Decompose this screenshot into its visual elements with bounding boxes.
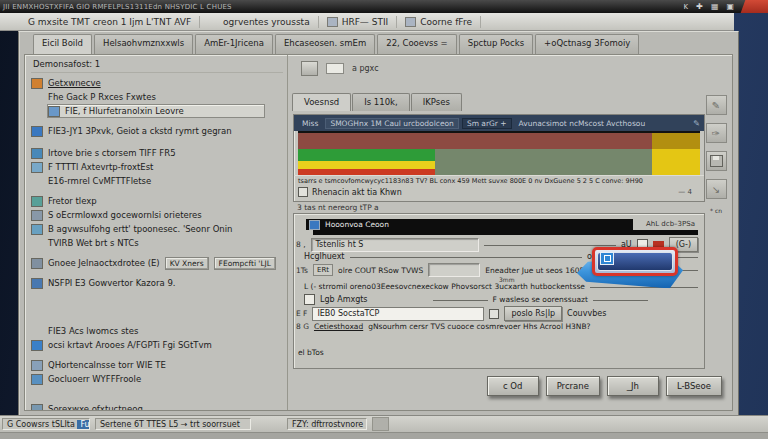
menu-item[interactable]: HRF— STII — [319, 16, 398, 28]
list-item[interactable]: S oEcrmlowxd gocewornlsi orieteres — [31, 208, 283, 222]
save-icon[interactable] — [706, 151, 727, 171]
disk-glyph — [710, 155, 723, 167]
checkbox[interactable] — [304, 294, 315, 305]
window-control-icon[interactable]: ▣ — [726, 2, 734, 11]
list-item[interactable]: Gocluoerr WYFFFroole — [31, 372, 283, 386]
list-item[interactable]: B agvwsulfohg ertt' tpoonesec. 'Seonr On… — [31, 222, 283, 236]
hand-icon[interactable]: ✑ — [706, 123, 727, 143]
list-item[interactable]: Fhe Gack P Rxces Fxwtes — [31, 90, 283, 104]
monitor-header-label: Sm arGr + — [467, 119, 507, 128]
list-item[interactable]: F TTTTl Axtevrtp-froxtEst — [31, 160, 283, 174]
list-item[interactable]: FIE, f Hlurfetranolxin Leovre — [47, 104, 265, 118]
monitor-header-cell[interactable]: Miss — [298, 119, 322, 128]
list-item[interactable]: FIE3 Acs lwomcs stes — [31, 324, 283, 338]
settings-title-bar: Hooonvoa Ceoon — [306, 219, 633, 230]
list-item[interactable]: Irtove brie s ctorsem TIFF FR5 — [31, 146, 283, 160]
settings-link[interactable]: Cetiesthoxad — [314, 322, 363, 331]
main-tab[interactable]: AmEr-1Jricena — [195, 34, 273, 54]
ok-button[interactable]: c Od — [487, 376, 539, 396]
list-item[interactable]: NSFPI E3 Gowvertor Kazora 9. — [31, 276, 283, 290]
list-item-label: QHortencalnsse torr WIE TE — [48, 360, 166, 370]
list-item[interactable]: TVIRB Wet brt s NTCs — [31, 236, 283, 250]
settings-frame: Hooonvoa Ceoon AhL dcb–3PSa 8 , Tstenlis… — [293, 213, 705, 369]
prepare-button[interactable]: Prcrane — [546, 376, 600, 396]
list-item-label: TVIRB Wet brt s NTCs — [48, 238, 139, 248]
list-item[interactable]: E16-rmrel CvMFTTFletse — [31, 174, 283, 188]
list-item-icon — [31, 360, 43, 371]
list-item-icon — [31, 196, 43, 207]
main-tab-label: Ehcaseosen. smEm — [284, 38, 366, 48]
menu-item[interactable]: Coorne fFre — [397, 16, 481, 28]
field-label: L (- strromil oreno03Eeesovcnexeckow Pho… — [304, 282, 585, 291]
panel-tool-label: a pgxc — [352, 64, 379, 73]
apply-button[interactable]: _Jh — [607, 376, 659, 396]
main-tab-label: 22, Cooevss = — [386, 38, 448, 48]
pencil-icon[interactable]: ✎ — [693, 119, 700, 128]
list-item[interactable]: Getxwnecve — [31, 76, 283, 90]
status-grip[interactable] — [372, 417, 389, 431]
list-item[interactable]: Gnoee Jelnaoctxdrotee (E) KV Xners FEomp… — [31, 256, 283, 270]
monitor-check-label: Rhenacin akt tia Khwn — [312, 188, 402, 197]
panel-tab[interactable]: IKPses — [411, 93, 462, 111]
list-item-dropdown[interactable]: FEompcfti 'LJL — [214, 257, 276, 270]
close-button[interactable]: L-BSeoe — [666, 376, 722, 396]
menu-item-icon — [327, 17, 338, 27]
band-row — [298, 161, 700, 169]
browse-icon[interactable] — [489, 309, 499, 319]
tag-box[interactable]: ERt — [313, 264, 333, 276]
panel-tool-field[interactable] — [326, 63, 344, 74]
list-item-label: B agvwsulfohg ertt' tpoonesec. 'Seonr On… — [48, 224, 232, 234]
main-tab[interactable]: Helsaohvmznxxwls — [94, 34, 193, 54]
monitor-frame: Miss SMOGHnx 1M Caul urcbodolceon Sm arG… — [293, 114, 705, 202]
main-tab[interactable]: Ehcaseosen. smEm — [275, 34, 375, 54]
menu-item[interactable]: ogrventes yroussta — [200, 16, 319, 28]
list-item[interactable]: ocsi krtavt Arooes A/FGPTi Fgi SGtTvm — [31, 338, 283, 352]
monitor-header-cell[interactable]: Avunacsimot ncMscost Avcthosou — [515, 119, 650, 128]
menu-item-label: ogrventes yroussta — [223, 17, 310, 27]
menu-item[interactable]: G mxsite TMT creon 1 Ijm L'TNT AVF — [5, 16, 200, 28]
monitor-header-cell[interactable]: SMOGHnx 1M Caul urcbodolceon — [325, 118, 459, 129]
statusbar: G Coowsrs tSLIta Fues Sertene 6T TTES L5… — [0, 415, 768, 432]
name-field[interactable]: Tstenlis ht S — [311, 238, 479, 252]
panel-tab[interactable]: Is 110k, — [352, 93, 410, 111]
list-item[interactable]: Fretor tlexp — [31, 194, 283, 208]
settings-title-icon — [309, 220, 320, 230]
window-control-icon[interactable]: ▦ — [711, 2, 719, 11]
list-item[interactable]: QHortencalnsse torr WIE TE — [31, 358, 283, 372]
pencil-icon[interactable]: ✎ — [706, 95, 727, 115]
main-tab[interactable]: Spctup Pocks — [459, 34, 533, 54]
right-panel-toolbar: a pgxc — [301, 61, 379, 76]
list-item-label: S oEcrmlowxd gocewornlsi orieteres — [48, 210, 202, 220]
monitor-header-cell[interactable]: Sm arGr + — [462, 118, 512, 129]
close-button[interactable] — [741, 0, 768, 13]
field-label: Eneadter Jue ut seos 160F — [485, 266, 584, 275]
row-gutter: 8 , — [296, 240, 306, 249]
list-item[interactable]: Sorexwxe ofxtuctneog — [31, 402, 283, 410]
window-control-icon[interactable]: ĸ — [684, 2, 689, 11]
checkbox-icon[interactable] — [298, 187, 308, 197]
list-item-label: NSFPI E3 Gowvertor Kazora 9. — [48, 278, 176, 288]
divider — [484, 244, 616, 246]
side-note: * cn — [710, 207, 722, 214]
list-item-dropdown[interactable]: KV Xners — [165, 257, 209, 270]
main-tab[interactable]: +oQctnasg 3Fomoiy — [535, 34, 639, 54]
window-control-icon[interactable]: ✚ — [696, 2, 703, 11]
band-segment — [298, 149, 435, 161]
small-input[interactable] — [428, 263, 480, 277]
panel-tab[interactable]: Voesnsd — [292, 93, 351, 111]
list-item-label: FIE, f Hlurfetranolxin Leovre — [65, 106, 184, 116]
browse-button[interactable]: poslo Rs|Ip — [504, 306, 562, 321]
main-tab-label: Spctup Pocks — [468, 38, 524, 48]
divider — [433, 299, 488, 301]
main-tab[interactable]: Eicil Boild — [33, 34, 92, 54]
list-item-label: Fretor tlexp — [48, 196, 97, 206]
path-input[interactable]: IEB0 SocstaTCP — [312, 307, 484, 321]
main-tab[interactable]: 22, Cooevss = — [377, 34, 457, 54]
settings-title: Hooonvoa Ceoon — [325, 220, 389, 229]
left-panel: Demonsafost: 1 Getxwnecve — [25, 55, 288, 410]
list-item[interactable]: FIE3-JY1 3Pxvk, Geiot a ckstd rymrt gegr… — [31, 124, 283, 138]
arrow-down-icon[interactable]: ↘ — [706, 179, 727, 199]
field-label: el bTos — [298, 348, 324, 357]
list-item-icon — [31, 78, 43, 89]
panel-tool-icon[interactable] — [301, 61, 318, 76]
